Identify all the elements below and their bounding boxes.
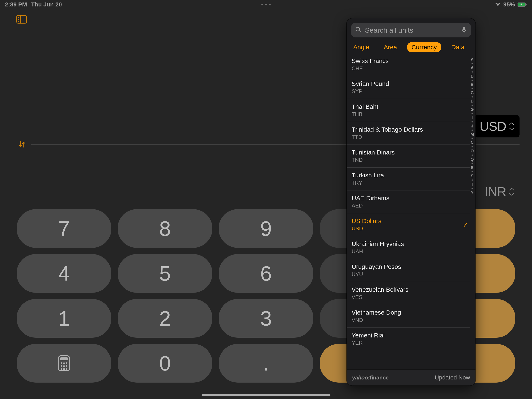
key-decimal[interactable]: . [219,344,313,383]
index-letter[interactable]: B [471,74,474,78]
currency-code: TND [352,157,395,163]
key-1[interactable]: 1 [17,299,111,338]
currency-code: SYP [352,88,389,95]
primary-unit-selector[interactable]: USD [475,115,519,137]
currency-code: CHF [352,65,389,72]
currency-row-uyu[interactable]: Uruguayan PesosUYU [347,259,470,282]
currency-row-yer[interactable]: Yemeni RialYER [347,328,470,350]
svg-point-15 [66,365,67,367]
index-letter[interactable]: D [471,99,474,103]
key-6[interactable]: 6 [219,254,313,293]
sidebar-toggle-button[interactable] [16,15,27,24]
currency-name: Yemeni Rial [352,332,385,339]
currency-name: Vietnamese Dong [352,309,401,316]
secondary-unit-selector[interactable]: INR [480,180,519,203]
currency-name: Tunisian Dinars [352,149,395,156]
currency-row-vnd[interactable]: Vietnamese DongVND [347,305,470,328]
currency-name: UAE Dirhams [352,195,389,202]
index-letter[interactable]: C [471,91,474,95]
key-2[interactable]: 2 [118,299,212,338]
index-dot [472,121,473,122]
currency-row-aed[interactable]: UAE DirhamsAED [347,190,470,213]
currency-code: VES [352,294,409,300]
currency-row-try[interactable]: Turkish LiraTRY [347,167,470,190]
index-letter[interactable]: M [470,132,474,136]
key-0[interactable]: 0 [118,344,212,383]
search-field[interactable] [351,23,471,38]
index-dot [472,154,473,156]
currency-row-ves[interactable]: Venezuelan BolívarsVES [347,282,470,305]
calculator-app: 2:39 PM Thu Jun 20 95% USD [0,0,532,399]
category-tabs: AngleAreaCurrencyDataEnergy [347,38,475,56]
currency-row-ttd[interactable]: Trinidad & Tobago DollarsTTD [347,122,470,144]
tab-energy[interactable]: Energy [475,42,475,52]
currency-row-syp[interactable]: Syrian PoundSYP [347,76,470,99]
up-down-chevron-icon [509,122,514,131]
index-letter[interactable]: S [471,166,473,170]
wifi-icon [494,2,501,7]
index-dot [472,138,473,139]
svg-point-18 [66,368,67,370]
currency-code: USD [352,225,381,232]
index-letter[interactable]: Q [470,157,474,161]
microphone-icon[interactable] [461,26,467,34]
dot-icon [265,4,267,5]
index-letter[interactable]: S [471,174,473,178]
status-date: Thu Jun 20 [31,1,62,8]
index-letter[interactable]: A [471,57,474,62]
svg-rect-9 [60,357,68,360]
svg-rect-21 [463,27,465,30]
up-down-chevron-icon [509,187,514,196]
secondary-unit-label: INR [485,184,506,199]
svg-point-6 [18,19,19,20]
currency-row-chf[interactable]: Swiss FrancsCHF [347,56,470,76]
index-letter[interactable]: N [471,141,474,145]
tab-area[interactable]: Area [379,42,401,52]
svg-point-7 [18,21,19,22]
status-bar: 2:39 PM Thu Jun 20 95% [0,0,532,9]
index-dot [472,129,473,131]
currency-name: Thai Baht [352,103,378,110]
tab-angle[interactable]: Angle [349,42,374,52]
index-letter[interactable]: G [470,107,474,111]
primary-unit-label: USD [480,119,506,134]
key-5[interactable]: 5 [118,254,212,293]
tab-data[interactable]: Data [447,42,469,52]
key-4[interactable]: 4 [17,254,111,293]
key-3[interactable]: 3 [219,299,313,338]
index-letter[interactable]: A [471,66,474,70]
search-icon [355,27,361,34]
currency-code: UYU [352,271,401,277]
search-input[interactable] [365,26,458,34]
currency-row-usd[interactable]: US DollarsUSD✓ [347,213,470,236]
home-indicator[interactable] [202,394,330,396]
index-letter[interactable]: I [472,116,473,120]
index-letter[interactable]: Y [471,190,473,195]
index-letter[interactable]: T [471,182,473,186]
index-letter[interactable]: J [471,124,473,128]
dot-icon [269,4,271,5]
currency-row-tnd[interactable]: Tunisian DinarsTND [347,144,470,167]
updated-label: Updated Now [435,374,470,381]
currency-row-uah[interactable]: Ukrainian HryvniasUAH [347,236,470,259]
svg-point-13 [61,365,62,367]
multitask-dots[interactable] [261,4,271,5]
svg-point-17 [63,368,65,370]
key-8[interactable]: 8 [118,209,212,248]
index-dot [472,88,473,89]
index-rail[interactable]: AABBCDGIJMNOQSSTY [470,56,475,369]
currency-code: YER [352,340,385,346]
key-calculator-mode[interactable] [17,344,111,383]
tab-currency[interactable]: Currency [407,42,441,52]
svg-point-12 [66,362,67,364]
key-9[interactable]: 9 [219,209,313,248]
key-7[interactable]: 7 [17,209,111,248]
index-dot [472,80,473,81]
svg-point-14 [63,365,65,367]
index-dot [472,146,473,148]
swap-units-button[interactable] [18,140,27,149]
index-letter[interactable]: B [471,82,474,86]
currency-list[interactable]: Swiss FrancsCHFSyrian PoundSYPThai BahtT… [347,56,475,369]
currency-row-thb[interactable]: Thai BahtTHB [347,99,470,122]
index-letter[interactable]: O [470,149,474,153]
